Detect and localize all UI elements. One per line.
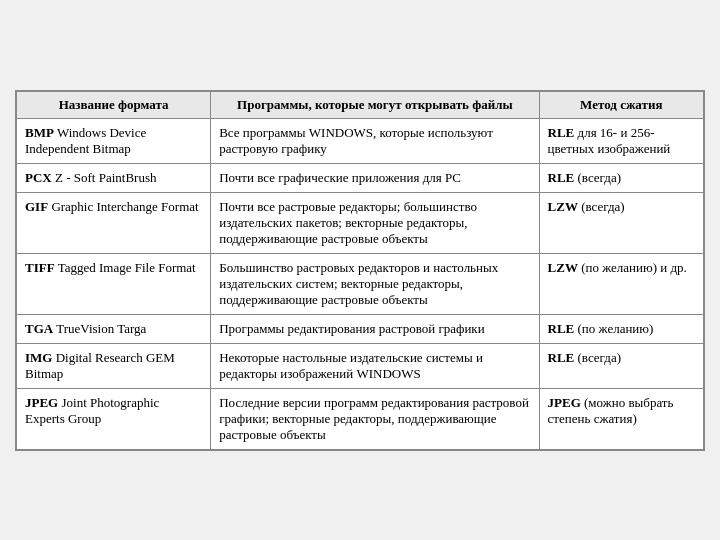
cell-format: TGA TrueVision Targa: [17, 314, 211, 343]
main-table-container: Название формата Программы, которые могу…: [15, 90, 705, 451]
cell-method: LZW (всегда): [539, 192, 703, 253]
cell-method: RLE (по желанию): [539, 314, 703, 343]
cell-programs: Почти все растровые редакторы; большинст…: [211, 192, 539, 253]
format-name: GIF: [25, 199, 48, 214]
format-name: TGA: [25, 321, 53, 336]
format-name: BMP: [25, 125, 54, 140]
cell-programs: Почти все графические приложения для PC: [211, 163, 539, 192]
cell-programs: Программы редактирования растровой графи…: [211, 314, 539, 343]
format-name: TIFF: [25, 260, 55, 275]
formats-table: Название формата Программы, которые могу…: [16, 91, 704, 450]
table-row: IMG Digital Research GEM BitmapНекоторые…: [17, 343, 704, 388]
header-programs: Программы, которые могут открывать файлы: [211, 91, 539, 118]
table-row: JPEG Joint Photographic Experts GroupПос…: [17, 388, 704, 449]
method-name: LZW: [548, 260, 578, 275]
method-name: RLE: [548, 125, 575, 140]
table-row: TIFF Tagged Image File FormatБольшинство…: [17, 253, 704, 314]
table-row: TGA TrueVision TargaПрограммы редактиров…: [17, 314, 704, 343]
method-name: JPEG: [548, 395, 581, 410]
header-method: Метод сжатия: [539, 91, 703, 118]
method-name: RLE: [548, 350, 575, 365]
method-name: RLE: [548, 170, 575, 185]
format-name: JPEG: [25, 395, 58, 410]
cell-method: RLE (всегда): [539, 343, 703, 388]
table-row: PCX Z - Soft PaintBrushПочти все графиче…: [17, 163, 704, 192]
cell-method: RLE (всегда): [539, 163, 703, 192]
cell-method: LZW (по желанию) и др.: [539, 253, 703, 314]
cell-format: IMG Digital Research GEM Bitmap: [17, 343, 211, 388]
cell-programs: Некоторые настольные издательские систем…: [211, 343, 539, 388]
method-name: RLE: [548, 321, 575, 336]
table-row: GIF Graphic Interchange FormatПочти все …: [17, 192, 704, 253]
method-name: LZW: [548, 199, 578, 214]
cell-programs: Большинство растровых редакторов и насто…: [211, 253, 539, 314]
cell-programs: Все программы WINDOWS, которые использую…: [211, 118, 539, 163]
cell-format: PCX Z - Soft PaintBrush: [17, 163, 211, 192]
cell-method: JPEG (можно выбрать степень сжатия): [539, 388, 703, 449]
cell-format: TIFF Tagged Image File Format: [17, 253, 211, 314]
format-name: PCX: [25, 170, 52, 185]
cell-format: JPEG Joint Photographic Experts Group: [17, 388, 211, 449]
cell-programs: Последние версии программ редактирования…: [211, 388, 539, 449]
table-row: BMP Windows Device Independent BitmapВсе…: [17, 118, 704, 163]
cell-method: RLE для 16- и 256-цветных изображений: [539, 118, 703, 163]
cell-format: BMP Windows Device Independent Bitmap: [17, 118, 211, 163]
header-format: Название формата: [17, 91, 211, 118]
format-name: IMG: [25, 350, 52, 365]
cell-format: GIF Graphic Interchange Format: [17, 192, 211, 253]
